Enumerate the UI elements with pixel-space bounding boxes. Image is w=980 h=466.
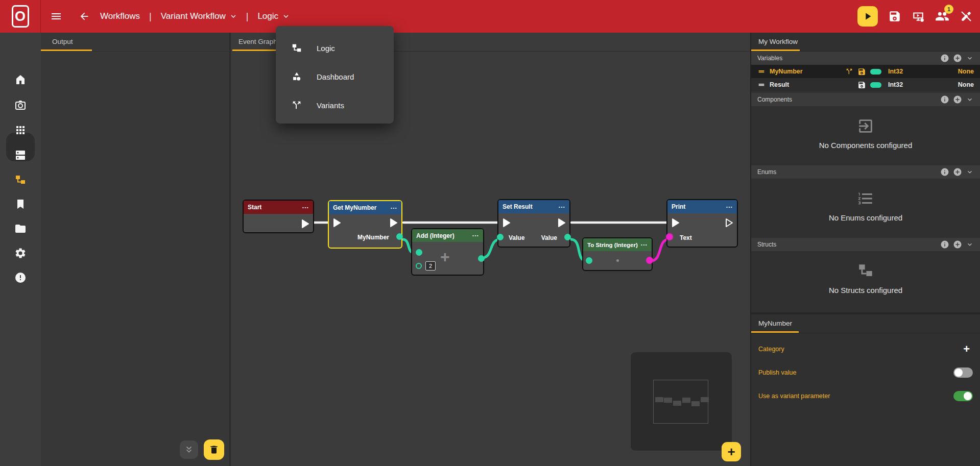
graph-minimap[interactable] bbox=[630, 352, 732, 451]
input-value-field[interactable]: 2 bbox=[425, 261, 436, 271]
pin-label: Value bbox=[509, 234, 524, 241]
data-out-pin[interactable] bbox=[396, 233, 403, 240]
collaborators-icon[interactable]: 1 bbox=[935, 9, 949, 23]
chevron-down-icon[interactable] bbox=[966, 168, 974, 176]
data-out-pin[interactable] bbox=[564, 234, 571, 240]
menu-item-logic[interactable]: Logic bbox=[276, 34, 394, 62]
tab-my-workflow[interactable]: My Workflow bbox=[758, 38, 798, 45]
gear-icon bbox=[14, 247, 27, 259]
exec-in-pin[interactable] bbox=[672, 218, 679, 227]
node-get-mynumber[interactable]: Get MyNumber ••• MyNumber bbox=[328, 200, 402, 249]
variable-row-mynumber[interactable]: MyNumber Int32 None bbox=[751, 65, 980, 78]
variable-name: Result bbox=[770, 81, 841, 88]
chevron-down-icon[interactable] bbox=[966, 54, 974, 62]
variable-name: MyNumber bbox=[770, 68, 841, 75]
collapse-output-button[interactable] bbox=[180, 440, 198, 459]
add-circle-icon[interactable] bbox=[953, 54, 962, 63]
delete-button[interactable] bbox=[204, 439, 224, 460]
info-icon[interactable] bbox=[940, 167, 949, 177]
category-row: Category + bbox=[751, 337, 980, 361]
chevron-down-icon[interactable] bbox=[966, 95, 974, 104]
chevron-down-icon[interactable] bbox=[229, 12, 238, 21]
node-to-string[interactable]: To String (Integer) ••• bbox=[582, 237, 653, 271]
data-in-pin-unconnected[interactable] bbox=[416, 263, 422, 269]
publish-value-label: Publish value bbox=[758, 369, 953, 376]
variable-value[interactable]: None bbox=[943, 81, 974, 88]
error-icon bbox=[14, 272, 27, 284]
drag-handle-icon[interactable] bbox=[757, 81, 766, 89]
info-icon[interactable] bbox=[940, 95, 949, 104]
section-title: Enums bbox=[757, 168, 940, 176]
exec-out-pin[interactable] bbox=[301, 219, 309, 228]
add-circle-icon[interactable] bbox=[953, 240, 962, 249]
node-start[interactable]: Start ••• bbox=[243, 200, 314, 233]
edit-off-icon[interactable] bbox=[960, 10, 973, 23]
add-circle-icon[interactable] bbox=[953, 95, 962, 104]
data-in-pin[interactable] bbox=[497, 234, 504, 240]
exec-out-pin[interactable] bbox=[558, 218, 565, 227]
node-menu-icon[interactable]: ••• bbox=[302, 205, 309, 210]
workflow-panel: My Workflow Variables MyNumber Int32 Non… bbox=[750, 33, 980, 466]
workflow-name-dropdown[interactable]: Variant Workflow bbox=[161, 11, 226, 21]
publish-value-toggle[interactable] bbox=[953, 367, 973, 378]
exec-in-pin[interactable] bbox=[503, 218, 510, 227]
data-out-pin[interactable] bbox=[478, 255, 485, 262]
variable-value[interactable]: None bbox=[943, 68, 974, 75]
sidebar-item-settings[interactable] bbox=[14, 247, 27, 259]
category-label: Category bbox=[758, 346, 963, 353]
data-out-pin[interactable] bbox=[646, 257, 653, 264]
section-variables: Variables bbox=[751, 52, 980, 65]
back-arrow-icon[interactable] bbox=[79, 11, 90, 22]
node-menu-icon[interactable]: ••• bbox=[641, 242, 648, 247]
node-set-result[interactable]: Set Result ••• Value Value bbox=[497, 199, 570, 248]
sidebar-item-bookmarks[interactable] bbox=[14, 198, 27, 210]
variable-row-result[interactable]: Result Int32 None bbox=[751, 78, 980, 91]
add-category-button[interactable]: + bbox=[963, 342, 970, 356]
node-print[interactable]: Print ••• Text bbox=[666, 199, 738, 248]
sidebar-item-workflows[interactable] bbox=[14, 174, 27, 186]
chevron-down-icon[interactable] bbox=[966, 240, 974, 249]
sidebar-item-dns[interactable] bbox=[14, 149, 27, 161]
tab-mynumber-detail[interactable]: MyNumber bbox=[758, 320, 792, 327]
hamburger-menu-icon[interactable] bbox=[50, 10, 62, 22]
node-menu-icon[interactable]: ••• bbox=[391, 206, 397, 210]
exec-in-pin[interactable] bbox=[333, 218, 341, 227]
node-dot bbox=[616, 259, 619, 262]
video-settings-icon[interactable] bbox=[912, 10, 925, 23]
info-icon[interactable] bbox=[940, 240, 949, 249]
drag-handle-icon[interactable] bbox=[757, 67, 766, 76]
tab-output-underline bbox=[41, 50, 92, 51]
node-menu-icon[interactable]: ••• bbox=[726, 205, 733, 209]
menu-item-variants[interactable]: Variants bbox=[276, 91, 394, 119]
data-in-pin[interactable] bbox=[416, 249, 422, 256]
minimap-node bbox=[655, 397, 663, 402]
app-logo[interactable]: O bbox=[0, 0, 41, 33]
tab-event-graph[interactable]: Event Graph bbox=[238, 38, 277, 45]
save-link-icon[interactable] bbox=[888, 10, 901, 23]
info-icon[interactable] bbox=[940, 54, 949, 63]
section-structs: Structs bbox=[751, 238, 980, 251]
sidebar-item-files[interactable] bbox=[14, 223, 27, 235]
tab-output[interactable]: Output bbox=[52, 38, 73, 45]
node-menu-icon[interactable]: ••• bbox=[559, 205, 565, 209]
save-link-icon[interactable] bbox=[857, 67, 866, 76]
menu-item-dashboard[interactable]: Dashboard bbox=[276, 62, 394, 91]
view-name-dropdown[interactable]: Logic bbox=[257, 11, 278, 21]
node-add-integer[interactable]: Add (Integer) ••• 2 + bbox=[411, 228, 484, 276]
chevron-down-icon[interactable] bbox=[281, 12, 291, 21]
sidebar-item-issues[interactable] bbox=[14, 272, 27, 284]
variant-parameter-toggle[interactable] bbox=[953, 391, 973, 401]
exec-out-pin-unconnected[interactable] bbox=[725, 218, 733, 227]
run-workflow-button[interactable] bbox=[857, 6, 878, 27]
sidebar-item-home[interactable] bbox=[14, 73, 27, 86]
breadcrumb-workflows[interactable]: Workflows bbox=[100, 11, 140, 21]
sidebar-item-apps[interactable] bbox=[14, 124, 27, 136]
data-in-pin[interactable] bbox=[666, 233, 673, 240]
add-circle-icon[interactable] bbox=[953, 167, 962, 177]
exec-out-pin[interactable] bbox=[390, 218, 397, 227]
node-menu-icon[interactable]: ••• bbox=[472, 233, 479, 238]
add-node-button[interactable]: + bbox=[722, 442, 741, 461]
data-in-pin[interactable] bbox=[586, 257, 592, 264]
sidebar-item-camera[interactable] bbox=[14, 99, 27, 111]
save-link-icon[interactable] bbox=[857, 81, 866, 89]
